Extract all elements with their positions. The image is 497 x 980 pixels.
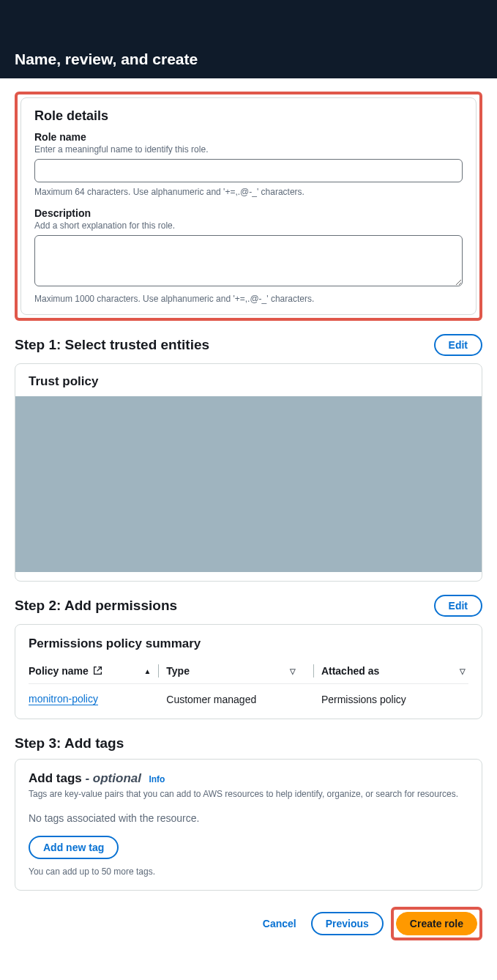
table-divider	[29, 683, 468, 684]
role-name-sublabel: Enter a meaningful name to identify this…	[34, 144, 463, 155]
external-link-icon	[93, 665, 102, 677]
step1-header-row: Step 1: Select trusted entities Edit	[15, 334, 482, 356]
trust-policy-title: Trust policy	[15, 364, 482, 396]
col-attached-label: Attached as	[321, 665, 379, 677]
step3-title: Step 3: Add tags	[15, 735, 124, 751]
footer-actions: Cancel Previous Create role	[15, 907, 482, 940]
permissions-summary-title: Permissions policy summary	[29, 636, 468, 651]
description-input[interactable]	[34, 235, 463, 286]
col-policy-name[interactable]: Policy name ▲	[29, 664, 151, 678]
step2-edit-button[interactable]: Edit	[434, 595, 482, 617]
trust-policy-body	[15, 396, 482, 572]
create-role-highlight: Create role	[391, 907, 482, 940]
tags-description: Tags are key-value pairs that you can ad…	[29, 789, 468, 799]
caret-down-icon: ▽	[460, 667, 466, 675]
caret-down-icon: ▽	[290, 667, 296, 675]
tags-info-link[interactable]: Info	[149, 774, 165, 784]
previous-button[interactable]: Previous	[311, 912, 384, 935]
step2-title: Step 2: Add permissions	[15, 598, 177, 614]
permissions-table-header: Policy name ▲ Type ▽ Attached as ▽	[29, 664, 468, 678]
role-name-hint: Maximum 64 characters. Use alphanumeric …	[34, 187, 463, 197]
page-title: Name, review, and create	[15, 51, 198, 68]
add-new-tag-button[interactable]: Add new tag	[29, 836, 119, 859]
tags-hint: You can add up to 50 more tags.	[29, 866, 468, 877]
role-details-title: Role details	[34, 108, 463, 124]
policy-name-link[interactable]: monitron-policy	[29, 693, 98, 705]
permissions-panel: Permissions policy summary Policy name ▲…	[15, 624, 482, 719]
page-body: Role details Role name Enter a meaningfu…	[0, 78, 497, 962]
tags-empty-text: No tags associated with the resource.	[29, 812, 468, 824]
col-type[interactable]: Type ▽	[166, 664, 306, 678]
col-attached-as[interactable]: Attached as ▽	[321, 664, 468, 678]
column-separator	[158, 664, 159, 678]
tags-optional: - optional	[82, 771, 141, 785]
step1-title: Step 1: Select trusted entities	[15, 337, 209, 353]
step2-header-row: Step 2: Add permissions Edit	[15, 595, 482, 617]
role-details-highlight: Role details Role name Enter a meaningfu…	[15, 92, 482, 321]
table-row: monitron-policy Customer managed Permiss…	[29, 693, 468, 705]
description-label: Description	[34, 207, 463, 219]
role-name-label: Role name	[34, 131, 463, 143]
role-name-input[interactable]	[34, 159, 463, 182]
col-type-label: Type	[166, 665, 190, 677]
role-details-panel: Role details Role name Enter a meaningfu…	[20, 97, 477, 315]
tags-title-row: Add tags - optional Info	[29, 771, 468, 786]
column-separator	[313, 664, 314, 678]
trust-policy-footer	[15, 572, 482, 581]
col-policy-name-label: Policy name	[29, 665, 89, 677]
cancel-button[interactable]: Cancel	[255, 912, 304, 935]
create-role-button[interactable]: Create role	[396, 912, 477, 935]
description-hint: Maximum 1000 characters. Use alphanumeri…	[34, 294, 463, 304]
tags-panel: Add tags - optional Info Tags are key-va…	[15, 759, 482, 891]
policy-attached-cell: Permissions policy	[321, 693, 468, 705]
page-header: Name, review, and create	[0, 0, 497, 78]
step1-edit-button[interactable]: Edit	[434, 334, 482, 356]
description-sublabel: Add a short explanation for this role.	[34, 220, 463, 231]
trust-policy-panel: Trust policy	[15, 363, 482, 582]
step3-header-row: Step 3: Add tags	[15, 735, 482, 751]
sort-asc-icon: ▲	[143, 667, 151, 675]
tags-title: Add tags	[29, 771, 82, 785]
policy-type-cell: Customer managed	[166, 693, 306, 705]
